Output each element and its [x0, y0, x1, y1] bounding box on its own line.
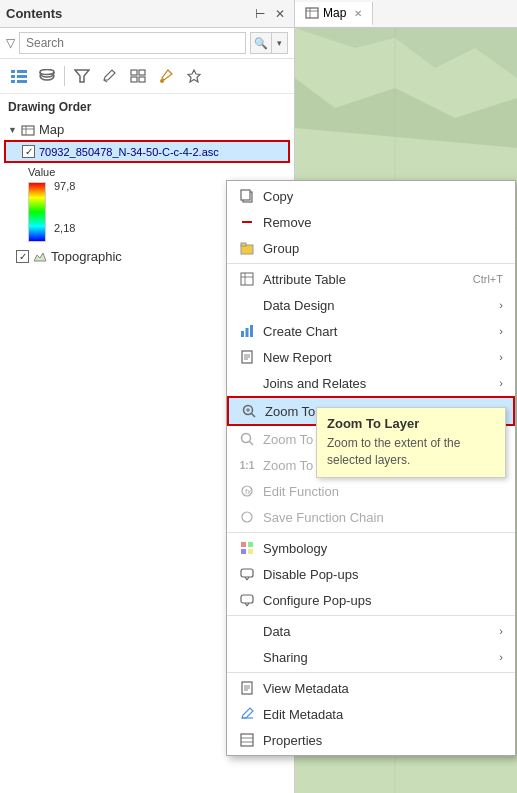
list-view-icon[interactable] [6, 63, 32, 89]
svg-rect-34 [246, 328, 249, 337]
menu-disable-popups[interactable]: Disable Pop-ups [227, 561, 515, 587]
menu-new-report[interactable]: New Report › [227, 344, 515, 370]
map-tree-item[interactable]: ▼ Map [0, 120, 294, 139]
data-design-icon [239, 297, 255, 313]
svg-rect-10 [139, 70, 145, 75]
svg-rect-53 [241, 569, 253, 577]
disable-popups-label: Disable Pop-ups [263, 567, 503, 582]
search-button[interactable]: 🔍 [250, 32, 272, 54]
filter-layer-icon[interactable] [69, 63, 95, 89]
toolbar-row [0, 59, 294, 94]
toolbar-separator-1 [64, 66, 65, 86]
save-func-label: Save Function Chain [263, 510, 503, 525]
map-label: Map [39, 122, 64, 137]
menu-copy[interactable]: Copy [227, 183, 515, 209]
svg-point-48 [242, 512, 252, 522]
pencil-icon[interactable] [97, 63, 123, 89]
topo-label: Topographic [51, 249, 122, 264]
menu-configure-popups[interactable]: Configure Pop-ups [227, 587, 515, 613]
menu-attribute-table[interactable]: Attribute Table Ctrl+T [227, 266, 515, 292]
svg-rect-3 [17, 75, 27, 78]
pin-button[interactable]: ⊢ [252, 6, 268, 22]
svg-text:fx: fx [245, 487, 251, 496]
svg-rect-0 [11, 70, 15, 73]
database-view-icon[interactable] [34, 63, 60, 89]
svg-rect-18 [306, 8, 318, 18]
tooltip-text: Zoom to the extent of the selected layer… [327, 435, 495, 469]
svg-rect-56 [241, 595, 253, 603]
search-bar: ▽ 🔍 ▾ [0, 28, 294, 59]
configure-popups-icon [239, 592, 255, 608]
svg-rect-9 [131, 70, 137, 75]
svg-marker-7 [75, 70, 89, 82]
menu-data[interactable]: Data › [227, 618, 515, 644]
map-tab-close[interactable]: ✕ [354, 8, 362, 19]
properties-label: Properties [263, 733, 503, 748]
star-icon[interactable] [181, 63, 207, 89]
svg-rect-29 [241, 243, 246, 246]
menu-data-design[interactable]: Data Design › [227, 292, 515, 318]
main-container: Contents ⊢ ✕ ▽ 🔍 ▾ [0, 0, 517, 793]
svg-rect-1 [17, 70, 27, 73]
configure-popups-label: Configure Pop-ups [263, 593, 503, 608]
separator-4 [227, 672, 515, 673]
topo-checkbox[interactable]: ✓ [16, 250, 29, 263]
panel-header: Contents ⊢ ✕ [0, 0, 294, 28]
attribute-table-icon [239, 271, 255, 287]
search-input[interactable] [19, 32, 246, 54]
separator-1 [227, 263, 515, 264]
svg-rect-35 [250, 325, 253, 337]
svg-line-41 [252, 414, 256, 418]
menu-remove[interactable]: Remove [227, 209, 515, 235]
edit-metadata-label: Edit Metadata [263, 707, 503, 722]
search-dropdown-button[interactable]: ▾ [272, 32, 288, 54]
zoom-make-visible-icon [239, 431, 255, 447]
svg-marker-14 [188, 70, 200, 82]
menu-edit-func[interactable]: fx Edit Function [227, 478, 515, 504]
create-chart-icon [239, 323, 255, 339]
map-tab[interactable]: Map ✕ [295, 2, 373, 26]
layer-item-selected[interactable]: ✓ 70932_850478_N-34-50-C-c-4-2.asc [4, 140, 290, 163]
svg-rect-15 [22, 126, 34, 135]
grid-icon[interactable] [125, 63, 151, 89]
close-button[interactable]: ✕ [272, 6, 288, 22]
svg-rect-4 [11, 80, 15, 83]
joins-relates-arrow: › [499, 377, 503, 389]
svg-rect-26 [241, 190, 250, 200]
attribute-table-label: Attribute Table [263, 272, 465, 287]
new-report-label: New Report [263, 350, 491, 365]
copy-icon [239, 188, 255, 204]
svg-point-13 [160, 79, 164, 83]
menu-symbology[interactable]: Symbology [227, 535, 515, 561]
menu-create-chart[interactable]: Create Chart › [227, 318, 515, 344]
svg-rect-2 [11, 75, 15, 78]
menu-group[interactable]: Group [227, 235, 515, 261]
zoom-11-icon: 1:1 [239, 457, 255, 473]
menu-joins-relates[interactable]: Joins and Relates › [227, 370, 515, 396]
menu-edit-metadata[interactable]: Edit Metadata [227, 701, 515, 727]
symbology-label: Symbology [263, 541, 503, 556]
layer-name: 70932_850478_N-34-50-C-c-4-2.asc [39, 146, 219, 158]
legend-value-label: Value [28, 166, 286, 178]
legend-max-value: 97,8 [54, 180, 75, 192]
menu-view-metadata[interactable]: View Metadata [227, 675, 515, 701]
menu-save-func[interactable]: Save Function Chain [227, 504, 515, 530]
layer-checkbox[interactable]: ✓ [22, 145, 35, 158]
paint-brush-icon[interactable] [153, 63, 179, 89]
map-tab-bar: Map ✕ [295, 0, 517, 28]
map-icon [21, 123, 35, 137]
svg-rect-30 [241, 273, 253, 285]
topo-icon [33, 250, 47, 264]
menu-sharing[interactable]: Sharing › [227, 644, 515, 670]
panel-title: Contents [6, 6, 62, 21]
menu-properties[interactable]: Properties [227, 727, 515, 753]
create-chart-arrow: › [499, 325, 503, 337]
joins-relates-label: Joins and Relates [263, 376, 491, 391]
copy-label: Copy [263, 189, 503, 204]
data-arrow: › [499, 625, 503, 637]
svg-rect-51 [241, 549, 246, 554]
svg-rect-11 [131, 77, 137, 82]
map-tab-icon [305, 6, 319, 20]
data-icon [239, 623, 255, 639]
attribute-table-shortcut: Ctrl+T [473, 273, 503, 285]
